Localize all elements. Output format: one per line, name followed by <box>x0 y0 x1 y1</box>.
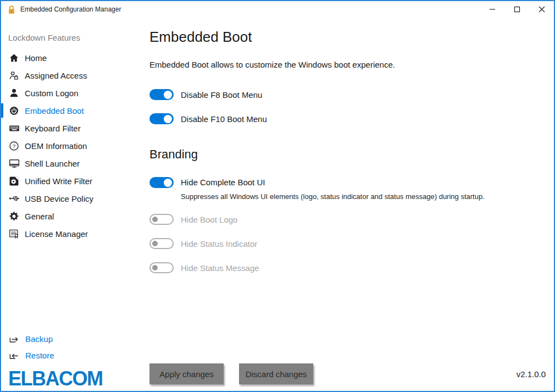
sidebar-item-home[interactable]: Home <box>1 49 149 67</box>
maximize-icon <box>514 6 520 13</box>
restore-label: Restore <box>25 351 54 360</box>
toggle-knob <box>164 115 172 123</box>
power-circle-icon <box>8 106 20 116</box>
sidebar-item-oem-information[interactable]: ? OEM Information <box>1 137 149 154</box>
restore-link[interactable]: Restore <box>8 347 103 363</box>
home-icon <box>8 53 20 63</box>
keyboard-icon <box>8 123 20 134</box>
toggle-knob <box>152 265 158 270</box>
sidebar-item-label: Keyboard Filter <box>25 124 81 133</box>
backup-link[interactable]: Backup <box>8 330 103 347</box>
toggle-row-disable-f8: Disable F8 Boot Menu <box>149 89 554 100</box>
toggle-label: Hide Boot Logo <box>181 215 237 224</box>
sidebar-item-label: License Manager <box>25 229 88 239</box>
sidebar-section-label: Lockdown Features <box>1 19 149 49</box>
sidebar-item-license-manager[interactable]: License Manager <box>1 225 149 242</box>
sidebar-item-label: Assigned Access <box>25 71 87 80</box>
sidebar-item-unified-write-filter[interactable]: Unified Write Filter <box>1 172 149 190</box>
sidebar-item-label: USB Device Policy <box>25 194 93 203</box>
toggle-row-disable-f10: Disable F10 Boot Menu <box>149 113 554 124</box>
sidebar-item-label: General <box>25 212 54 221</box>
disable-f10-toggle[interactable] <box>149 113 174 124</box>
branding-section-title: Branding <box>149 147 554 162</box>
sidebar-item-shell-launcher[interactable]: Shell Launcher <box>1 154 149 172</box>
export-arrow-icon <box>8 334 19 344</box>
bottom-bar: Apply changes Discard changes v2.1.0.0 <box>149 363 546 384</box>
sidebar-item-label: Unified Write Filter <box>25 176 92 186</box>
close-button[interactable] <box>529 1 554 18</box>
sidebar-item-usb-device-policy[interactable]: USB Device Policy <box>1 190 149 207</box>
monitor-icon <box>8 158 20 169</box>
toggle-knob <box>152 217 158 222</box>
sidebar-item-label: Embedded Boot <box>25 106 84 115</box>
minimize-button[interactable] <box>480 1 504 18</box>
import-arrow-icon <box>8 350 19 361</box>
hide-boot-logo-toggle <box>149 214 174 225</box>
gold-lock-icon <box>8 5 15 14</box>
toggle-label: Hide Status Indicator <box>181 239 257 249</box>
sidebar-item-label: Shell Launcher <box>25 159 80 168</box>
sidebar: Lockdown Features Home Assigned Access <box>1 19 149 391</box>
version-label: v2.1.0.0 <box>517 369 546 379</box>
apply-changes-button[interactable]: Apply changes <box>149 363 224 384</box>
toggle-description: Suppresses all Windows UI elements (logo… <box>181 192 485 201</box>
toggle-knob <box>164 91 172 99</box>
toggle-label: Hide Status Message <box>181 263 259 273</box>
backup-label: Backup <box>25 334 53 344</box>
minimize-icon <box>489 6 496 13</box>
hide-status-indicator-toggle <box>149 238 174 249</box>
hide-status-message-toggle <box>149 262 174 273</box>
toggle-row-hide-boot-ui: Hide Complete Boot UI Suppresses all Win… <box>149 177 554 201</box>
window-controls <box>480 1 554 18</box>
sidebar-item-custom-logon[interactable]: Custom Logon <box>1 84 149 102</box>
toggle-label: Disable F10 Boot Menu <box>181 114 267 124</box>
sidebar-item-label: OEM Information <box>25 141 87 151</box>
window-title: Embedded Configuration Manager <box>20 5 121 13</box>
svg-text:?: ? <box>13 143 16 149</box>
app-window: Embedded Configuration Manager Lockdown … <box>0 0 555 392</box>
toggle-label: Hide Complete Boot UI <box>181 177 485 188</box>
sidebar-item-keyboard-filter[interactable]: Keyboard Filter <box>1 119 149 137</box>
page-description: Embedded Boot allows to customize the Wi… <box>149 60 554 69</box>
license-icon <box>8 228 20 239</box>
maximize-button[interactable] <box>504 1 529 18</box>
elbacom-logo: ELBACOM <box>8 369 103 389</box>
disabled-toggles-group: Hide Boot Logo Hide Status Indicator Hid… <box>149 214 554 273</box>
hide-complete-boot-ui-toggle[interactable] <box>149 177 174 188</box>
question-circle-icon: ? <box>8 141 20 151</box>
sidebar-item-general[interactable]: General <box>1 207 149 225</box>
sidebar-item-embedded-boot[interactable]: Embedded Boot <box>1 102 149 119</box>
gear-icon <box>8 211 20 222</box>
toggle-knob <box>152 241 158 246</box>
discard-changes-button[interactable]: Discard changes <box>239 363 313 384</box>
toggle-label: Disable F8 Boot Menu <box>181 90 262 100</box>
person-icon <box>8 88 20 98</box>
toggle-row-hide-status-indicator: Hide Status Indicator <box>149 238 554 249</box>
close-icon <box>539 6 545 13</box>
title-bar: Embedded Configuration Manager <box>1 1 554 18</box>
sidebar-item-label: Home <box>25 53 47 63</box>
sidebar-item-label: Custom Logon <box>25 89 79 98</box>
toggle-row-hide-status-message: Hide Status Message <box>149 262 554 273</box>
disk-icon <box>8 176 20 186</box>
usb-icon <box>8 193 20 204</box>
toggle-knob <box>164 179 172 187</box>
page-title: Embedded Boot <box>149 29 554 46</box>
toggle-row-hide-boot-logo: Hide Boot Logo <box>149 214 554 225</box>
sidebar-footer: Backup Restore ELBACOM <box>8 330 103 389</box>
sidebar-item-assigned-access[interactable]: Assigned Access <box>1 67 149 84</box>
disable-f8-toggle[interactable] <box>149 89 174 100</box>
person-lock-icon <box>8 70 20 81</box>
main-content: Embedded Boot Embedded Boot allows to cu… <box>149 19 554 391</box>
